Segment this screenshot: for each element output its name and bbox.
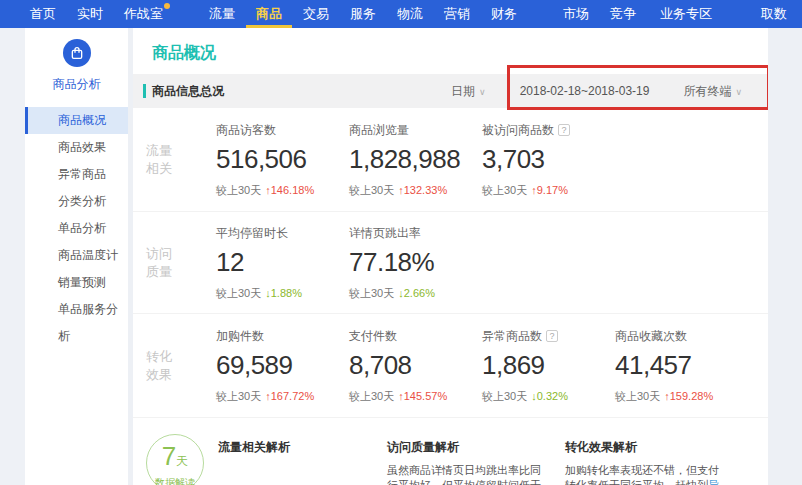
metric-label: 平均停留时长 [216,225,349,242]
insight-conversion: 转化效果解析 加购转化率表现还不错，但支付转化率低于同行平均，赶快到异常商品并结… [565,439,725,485]
metric-compare: 较上30天↓1.88% [216,286,349,301]
nav-item-war-room[interactable]: 作战室 [124,0,163,28]
metric-compare: 较上30天↑132.33% [349,183,482,198]
sidebar: 商品分析 商品概况 商品效果 异常商品 分类分析 单品分析 商品温度计 销量预测… [25,28,128,485]
metric-row-visit-quality: 访问质量 平均停留时长 12 较上30天↓1.88% 详情页跳出率 77.18%… [133,212,768,314]
section-header: 商品信息总况 日期∨ 2018-02-18~2018-03-19 所有终端∨ [133,74,768,108]
metric-compare: 较上30天↑159.28% [615,389,748,404]
metric-compare: 较上30天↑146.18% [216,183,349,198]
metric-row-traffic: 流量相关 商品访客数 516,506 较上30天↑146.18% 商品浏览量 1… [133,108,768,212]
chevron-down-icon: ∨ [735,87,742,97]
nav-item-traffic[interactable]: 流量 [209,0,235,28]
metric-value: 3,703 [482,144,615,175]
terminal-label: 所有终端 [683,84,731,98]
sidebar-item-category-analysis[interactable]: 分类分析 [25,188,128,215]
sidebar-item-single-product-analysis[interactable]: 单品分析 [25,215,128,242]
insight-title: 转化效果解析 [565,439,725,456]
metric-label: 详情页跳出率 [349,225,482,242]
metric-label: 商品访客数 [216,122,349,139]
product-analysis-bag-icon [63,39,91,67]
metric-value: 1,828,988 [349,144,482,175]
nav-item-marketing[interactable]: 营销 [444,0,470,28]
sidebar-group-title: 商品分析 [25,76,128,93]
metric-value: 69,589 [216,350,349,381]
metric-label: 异常商品数? [482,328,615,345]
metric-compare: 较上30天↑145.57% [349,389,482,404]
section-title: 商品信息总况 [152,83,224,100]
sidebar-item-single-product-service[interactable]: 单品服务分析 [25,296,128,323]
section-accent-bar [143,84,146,98]
metric-compare: 较上30天↓0.32% [482,389,615,404]
date-type-label: 日期 [451,84,475,98]
nav-item-logistics[interactable]: 物流 [397,0,423,28]
sidebar-item-abnormal-products[interactable]: 异常商品 [25,161,128,188]
badge-unit: 天 [176,454,188,468]
page-title: 商品概况 [152,43,768,64]
nav-item-product-label: 商品 [256,6,282,21]
metric-compare: 较上30天↑167.72% [216,389,349,404]
metric-product-views: 商品浏览量 1,828,988 较上30天↑132.33% [349,122,482,198]
metric-compare: 较上30天↑9.17% [482,183,615,198]
insight-text: 加购转化率表现还不错，但支付转化率低于同行平均，赶快到异常商品并结合使用商品温度… [565,463,725,485]
nav-item-market[interactable]: 市场 [563,0,589,28]
metric-detail-bounce-rate: 详情页跳出率 77.18% 较上30天↓2.66% [349,225,482,301]
metric-value: 77.18% [349,247,482,278]
insight-traffic: 流量相关解析 [218,439,378,463]
nav-item-home[interactable]: 首页 [30,0,56,28]
chevron-down-icon: ∨ [479,87,486,97]
terminal-dropdown[interactable]: 所有终端∨ [683,83,742,100]
metric-product-visitors: 商品访客数 516,506 较上30天↑146.18% [216,122,349,198]
metric-product-favorites: 商品收藏次数 41,457 较上30天↑159.28% [615,328,748,404]
metric-label: 商品浏览量 [349,122,482,139]
insights-section: 7天 数据解读 流量相关解析 访问质量解析 虽然商品详情页日均跳出率比同行平均好… [133,417,768,485]
row-group-label: 流量相关 [146,142,216,178]
insight-title: 流量相关解析 [218,439,378,456]
metric-value: 12 [216,247,349,278]
seven-day-badge: 7天 数据解读 [146,434,204,485]
metric-visited-products: 被访问商品数? 3,703 较上30天↑9.17% [482,122,615,198]
help-icon[interactable]: ? [558,124,570,136]
left-gutter [0,28,25,485]
metric-label: 商品收藏次数 [615,328,748,345]
main-content: 商品概况 商品信息总况 日期∨ 2018-02-18~2018-03-19 所有… [133,28,768,485]
metric-label: 支付件数 [349,328,482,345]
notification-dot-icon [164,3,170,9]
metric-cart-adds: 加购件数 69,589 较上30天↑167.72% [216,328,349,404]
metric-value: 8,708 [349,350,482,381]
nav-item-finance[interactable]: 财务 [491,0,517,28]
help-icon[interactable]: ? [546,330,558,342]
nav-item-trade[interactable]: 交易 [303,0,329,28]
nav-item-business-zone[interactable]: 业务专区 [660,0,712,28]
sidebar-item-product-thermometer[interactable]: 商品温度计 [25,242,128,269]
nav-item-product[interactable]: 商品 [256,0,282,28]
filter-controls: 日期∨ 2018-02-18~2018-03-19 所有终端∨ [451,83,768,100]
metric-value: 41,457 [615,350,748,381]
metric-abnormal-products: 异常商品数? 1,869 较上30天↓0.32% [482,328,615,404]
row-group-label: 访问质量 [146,245,216,281]
insight-visit-quality: 访问质量解析 虽然商品详情页日均跳出率比同行平均好，但平均停留时间低于同行平均，… [387,439,547,485]
nav-item-service[interactable]: 服务 [350,0,376,28]
nav-item-competition[interactable]: 竞争 [610,0,636,28]
page: 首页 实时 作战室 流量 商品 交易 服务 物流 营销 财务 市场 竞争 业务专… [0,0,802,485]
insight-text: 虽然商品详情页日均跳出率比同行平均好，但平均停留时间低于同行平均，请关注页面搭等… [387,463,547,485]
row-group-label: 转化效果 [146,348,216,384]
sidebar-item-product-overview[interactable]: 商品概况 [25,107,128,134]
metric-label: 被访问商品数? [482,122,615,139]
sidebar-menu: 商品概况 商品效果 异常商品 分类分析 单品分析 商品温度计 销量预测 单品服务… [25,107,128,323]
metric-paid-items: 支付件数 8,708 较上30天↑145.57% [349,328,482,404]
date-type-dropdown[interactable]: 日期∨ [451,83,486,100]
metric-label: 加购件数 [216,328,349,345]
sidebar-item-sales-forecast[interactable]: 销量预测 [25,269,128,296]
badge-caption: 数据解读 [147,476,203,485]
metric-compare: 较上30天↓2.66% [349,286,482,301]
insight-title: 访问质量解析 [387,439,547,456]
sidebar-item-product-effect[interactable]: 商品效果 [25,134,128,161]
nav-item-data-extract[interactable]: 取数 [761,0,787,28]
date-range-picker[interactable]: 2018-02-18~2018-03-19 [520,84,650,98]
nav-item-realtime[interactable]: 实时 [77,0,103,28]
badge-number: 7 [162,441,176,471]
metric-row-conversion: 转化效果 加购件数 69,589 较上30天↑167.72% 支付件数 8,70… [133,314,768,417]
metric-value: 1,869 [482,350,615,381]
nav-item-war-room-label: 作战室 [124,6,163,21]
sidebar-header: 商品分析 [25,28,128,93]
